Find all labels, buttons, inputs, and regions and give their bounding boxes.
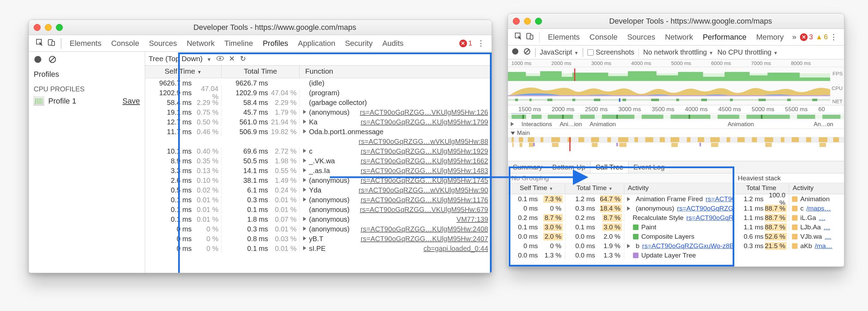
warning-badge[interactable]: ▲6 — [816, 33, 828, 41]
chevron-right-icon[interactable] — [511, 122, 514, 127]
profile-row[interactable]: 0.1 ms0.01 %0.3 ms0.01 %(anonymous)rs=AC… — [145, 195, 492, 205]
stack-row[interactable]: 0.6 ms52.6 %VJb.wa… — [734, 232, 844, 241]
source-link[interactable]: cb=gapi.loaded_0:44 — [424, 245, 492, 253]
dtab-summary[interactable]: Summary — [508, 163, 548, 171]
source-link[interactable]: rs=ACT90… — [706, 195, 733, 203]
dtab-bottomup[interactable]: Bottom-Up — [548, 163, 591, 171]
device-toggle-icon[interactable] — [524, 32, 536, 42]
overview-ruler[interactable]: 1000 ms2000 ms3000 ms4000 ms5000 ms6000 … — [508, 59, 844, 67]
tab-console[interactable]: Console — [585, 33, 623, 42]
profile-row[interactable]: 11.7 ms0.46 %506.9 ms19.82 %Oda.b.port1.… — [145, 127, 492, 137]
source-link[interactable]: VM77:139 — [457, 215, 492, 223]
inspect-icon[interactable] — [34, 39, 45, 48]
source-link[interactable]: rs=ACT90oGqRZGG…KUlgM95Hw:2407 — [361, 235, 492, 243]
tab-performance[interactable]: Performance — [698, 33, 751, 42]
chevron-right-icon[interactable] — [303, 227, 306, 232]
screenshots-checkbox[interactable]: Screenshots — [587, 48, 634, 56]
calltree-row[interactable]: 0.0 ms1.3 %0.0 ms1.3 %Update Layer Tree — [508, 251, 733, 260]
chevron-down-icon[interactable] — [511, 130, 515, 137]
source-link[interactable]: … — [824, 223, 830, 231]
tab-memory[interactable]: Memory — [751, 33, 788, 42]
calltree-row[interactable]: 0.2 ms8.7 %0.2 ms8.7 %Recalculate Styler… — [508, 213, 733, 222]
zoom-icon[interactable] — [535, 18, 542, 25]
grouping-select[interactable]: No Grouping — [508, 173, 733, 183]
source-link[interactable]: … — [825, 233, 831, 240]
source-link[interactable]: rs=ACT90oGqRZGG…KUlgM95Hw:1929 — [361, 147, 492, 155]
minimize-icon[interactable] — [45, 24, 52, 31]
minimize-icon[interactable] — [524, 18, 531, 25]
profile-row[interactable]: 3.3 ms0.13 %14.1 ms0.55 %_.as.Iars=ACT90… — [145, 166, 492, 175]
titlebar[interactable]: Developer Tools - https://www.google.com… — [508, 14, 844, 29]
profile-row[interactable]: 10.1 ms0.40 %69.6 ms2.72 %crs=ACT90oGqRZ… — [145, 146, 492, 156]
profile-row[interactable]: 12.7 ms0.50 %561.0 ms21.94 %Kars=ACT90oG… — [145, 117, 492, 127]
clear-icon[interactable] — [48, 55, 57, 64]
chevron-right-icon[interactable] — [303, 178, 306, 183]
stack-row[interactable]: 1.1 ms88.7 %c/maps… — [734, 204, 844, 213]
overview-lanes[interactable]: FPS CPU NET — [508, 67, 844, 105]
chevron-right-icon[interactable] — [627, 195, 630, 203]
profile-item[interactable]: Profile 1 Save — [29, 95, 145, 108]
source-link[interactable]: … — [819, 214, 825, 222]
source-link[interactable]: rs=ACT90oGqRZGG…wVKUlgM95Hw:90 — [359, 186, 492, 194]
stack-row[interactable]: 1.1 ms88.7 %LJb.Aa… — [734, 222, 844, 232]
zoom-icon[interactable] — [56, 24, 63, 31]
profile-row[interactable]: 0.5 ms0.02 %6.1 ms0.24 %Ydars=ACT90oGqRZ… — [145, 185, 492, 195]
source-link[interactable]: rs=ACT90oGqRZGG…KUlgM95Hw:2408 — [361, 225, 492, 233]
profile-row[interactable]: rs=ACT90oGqRZGG…wVKUlgM95Hw:88 — [145, 137, 492, 146]
reload-icon[interactable]: ↻ — [240, 55, 246, 63]
detail-ruler[interactable]: 1500 ms2000 ms2500 ms3000 ms3500 ms4000 … — [508, 105, 844, 114]
calltree-row[interactable]: 0.1 ms3.0 %0.1 ms3.0 %Paint — [508, 222, 733, 232]
tab-elements[interactable]: Elements — [543, 33, 585, 42]
profile-row[interactable]: 8.9 ms0.35 %50.5 ms1.98 %_.VK.wars=ACT90… — [145, 156, 492, 166]
chevron-right-icon[interactable] — [627, 242, 630, 250]
chevron-right-icon[interactable] — [303, 149, 306, 154]
tab-security[interactable]: Security — [340, 39, 377, 48]
tab-timeline[interactable]: Timeline — [219, 39, 258, 48]
profile-row[interactable]: 1202.9 ms47.04 %1202.9 ms47.04 %(program… — [145, 88, 492, 98]
dtab-eventlog[interactable]: Event Log — [628, 163, 669, 171]
dtab-calltree[interactable]: Call Tree — [590, 161, 628, 173]
source-link[interactable]: rs=ACT90oGqRZGG…wVKUlgM95Hw:88 — [359, 138, 492, 146]
more-icon[interactable]: ⋮ — [828, 33, 839, 42]
track-headers[interactable]: Interactions Ani…ion Animation Animation… — [508, 120, 844, 129]
save-link[interactable]: Save — [123, 97, 140, 106]
chevron-right-icon[interactable] — [303, 188, 306, 193]
stack-row[interactable]: 0.3 ms21.5 %aKb/ma… — [734, 241, 844, 251]
chevron-right-icon[interactable] — [303, 236, 306, 242]
source-link[interactable]: rs=ACT90oGqRZGG…VKUlgM95Hw:679 — [360, 206, 492, 214]
error-badge[interactable]: ✕1 — [459, 39, 472, 47]
chevron-right-icon[interactable] — [303, 158, 306, 164]
calltree-row[interactable]: 0 ms0 %0.0 ms1.9 %brs=ACT90oGqRZGGxuWo-z… — [508, 241, 733, 251]
chevron-right-icon[interactable] — [303, 197, 306, 203]
error-badge[interactable]: ✕3 — [800, 33, 813, 41]
source-link[interactable]: rs=ACT90oGqRZGG… — [677, 205, 733, 212]
source-link[interactable]: rs=ACT90oGqRZGG…KUlgM95Hw:1483 — [361, 167, 492, 175]
titlebar[interactable]: Developer Tools - https://www.google.com… — [29, 20, 492, 35]
tab-elements[interactable]: Elements — [65, 39, 107, 48]
source-link[interactable]: rs=ACT90oGqRZGGxuWo-z8B… — [642, 242, 733, 250]
chevron-right-icon[interactable] — [303, 110, 306, 115]
profile-row[interactable]: 0.1 ms0.01 %0.1 ms0.01 %(anonymous)rs=AC… — [145, 205, 492, 214]
source-link[interactable]: /ma… — [815, 242, 833, 250]
table-header[interactable]: Self Time▼ Total Time Function — [145, 66, 492, 78]
js-select[interactable]: JavaScript ▼ — [540, 48, 579, 56]
profile-row[interactable]: 2.6 ms0.10 %38.1 ms1.49 %(anonymous)rs=A… — [145, 175, 492, 185]
tab-network[interactable]: Network — [182, 39, 220, 48]
tab-application[interactable]: Application — [293, 39, 340, 48]
source-link[interactable]: /maps… — [807, 205, 831, 212]
chevron-right-icon[interactable] — [627, 205, 630, 212]
calltree-row[interactable]: 0.0 ms2.0 %0.0 ms2.0 %Composite Layers — [508, 232, 733, 241]
source-link[interactable]: rs=ACT90oGqRZGG…KUlgM95Hw:1799 — [361, 118, 492, 126]
chevron-right-icon[interactable] — [303, 217, 306, 222]
overflow-icon[interactable]: » — [788, 33, 800, 42]
profile-row[interactable]: 0.1 ms0.01 %1.8 ms0.07 %(anonymous)VM77:… — [145, 214, 492, 224]
view-select[interactable]: Tree (Top Down) ▼ — [149, 55, 211, 63]
profile-row[interactable]: 0 ms0 %0.3 ms0.01 %(anonymous)rs=ACT90oG… — [145, 224, 492, 234]
tab-profiles[interactable]: Profiles — [258, 39, 293, 48]
calltree-row[interactable]: 0.1 ms7.3 %1.2 ms64.7 %Animation Frame F… — [508, 194, 733, 204]
close-icon[interactable] — [513, 18, 520, 25]
flame-chart[interactable] — [508, 137, 844, 161]
tab-sources[interactable]: Sources — [144, 39, 182, 48]
source-link[interactable]: rs=ACT90oGqRZGG…KUlgM95Hw:1176 — [361, 196, 492, 204]
device-toggle-icon[interactable] — [45, 39, 57, 48]
